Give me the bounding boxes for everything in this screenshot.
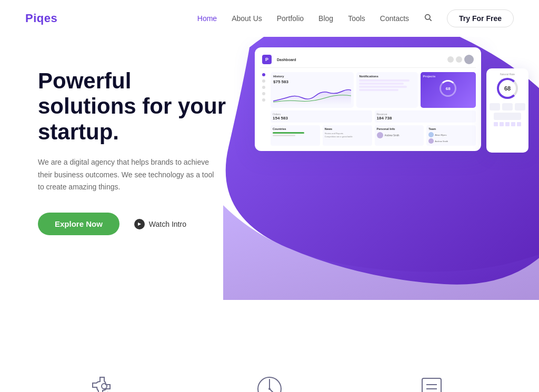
dash-body: History $75 583 bbox=[260, 72, 476, 146]
stat1-val: 154 583 bbox=[273, 116, 370, 120]
countries-card: Countries bbox=[271, 125, 320, 146]
nav-blog[interactable]: Blog bbox=[318, 14, 333, 23]
play-icon: ▶ bbox=[134, 219, 145, 229]
dashboard-title: Dashboard bbox=[277, 58, 296, 62]
phone-bottom-row bbox=[490, 122, 525, 126]
projects-circle: 68 bbox=[440, 80, 456, 97]
personal-label: Personal Info bbox=[377, 127, 422, 130]
hero-actions: Explore Now ▶ Watch Intro bbox=[38, 213, 232, 235]
dash-avatar bbox=[464, 55, 474, 64]
notif-item-3 bbox=[359, 86, 406, 88]
phone-boxes-row2 bbox=[490, 113, 525, 120]
main-nav: Home About Us Portfolio Blog Tools Conta… bbox=[197, 9, 514, 27]
team-member-1: Alean Myers bbox=[428, 132, 474, 137]
history-amount: $75 583 bbox=[273, 79, 351, 84]
notif-list bbox=[359, 79, 415, 91]
history-chart bbox=[273, 86, 351, 105]
sidebar-dot-2 bbox=[262, 79, 265, 83]
news-content: Stories and ReportsCompetition win a gre… bbox=[325, 132, 370, 138]
countries-label: Countries bbox=[273, 127, 318, 130]
notif-label: Notifications bbox=[359, 75, 415, 78]
team-label: Team bbox=[428, 127, 474, 130]
dash-top-icons bbox=[447, 55, 474, 64]
hero-title: Powerful solutions for your startup. bbox=[38, 68, 232, 145]
news-label: News bbox=[325, 127, 370, 130]
notif-item-2 bbox=[359, 83, 404, 85]
dash-sidebar bbox=[260, 72, 267, 146]
news-card: News Stories and ReportsCompetition win … bbox=[323, 125, 372, 146]
watch-intro-button[interactable]: ▶ Watch Intro bbox=[134, 219, 186, 229]
explore-now-button[interactable]: Explore Now bbox=[38, 213, 119, 235]
notif-item-4 bbox=[359, 89, 398, 91]
svg-point-5 bbox=[268, 388, 271, 390]
stats-row: Orders 154 583 Revenue 184 738 bbox=[271, 110, 476, 123]
member1-name: Alean Myers bbox=[435, 134, 446, 136]
dash-icon2 bbox=[456, 56, 462, 63]
phone-boxes-row1 bbox=[490, 103, 525, 110]
header: Piqes Home About Us Portfolio Blog Tools… bbox=[0, 0, 539, 37]
nav-tools[interactable]: Tools bbox=[348, 14, 365, 23]
stat-card-1: Orders 154 583 bbox=[271, 110, 372, 123]
sidebar-dot-4 bbox=[262, 92, 265, 95]
feature-workflow: Workflow Optimization The improvement of… bbox=[204, 370, 335, 392]
nav-portfolio[interactable]: Portfolio bbox=[277, 14, 304, 23]
gauge-value: 68 bbox=[504, 85, 511, 92]
svg-point-2 bbox=[102, 384, 107, 389]
sidebar-dot-1 bbox=[262, 73, 265, 76]
bottom-cards: Countries News Stories and ReportsCompet… bbox=[271, 125, 476, 146]
history-label: History bbox=[273, 75, 351, 78]
watch-intro-label: Watch Intro bbox=[149, 220, 186, 228]
member1-avatar bbox=[428, 132, 434, 137]
dash-header: P Dashboard bbox=[260, 53, 476, 68]
features-section: Application Design Creating a unique des… bbox=[0, 339, 539, 392]
personal-info: Andrew Smith bbox=[377, 132, 422, 138]
dash-icon1 bbox=[447, 56, 454, 63]
country-bar-1 bbox=[273, 132, 304, 134]
phone-icon-2 bbox=[500, 122, 504, 126]
projects-val: 68 bbox=[446, 86, 451, 91]
svg-line-1 bbox=[430, 19, 431, 21]
team-card: Team Alean Myers Andrew Smith bbox=[426, 125, 476, 146]
hero-content: Powerful solutions for your startup. We … bbox=[0, 37, 232, 267]
phone-icon-4 bbox=[511, 122, 515, 126]
stat-card-2: Revenue 184 738 bbox=[375, 110, 476, 123]
try-for-free-button[interactable]: Try For Free bbox=[447, 9, 514, 27]
nav-home[interactable]: Home bbox=[197, 14, 217, 23]
stat2-val: 184 738 bbox=[377, 116, 474, 120]
logo-text: Piqes bbox=[25, 12, 57, 25]
dashboard-mockup: P Dashboard bbox=[255, 47, 528, 151]
wave-divider bbox=[0, 295, 539, 339]
sidebar-dot-3 bbox=[262, 86, 265, 89]
history-card: History $75 583 bbox=[271, 72, 354, 108]
member2-avatar bbox=[428, 138, 434, 144]
logo: Piqes bbox=[25, 12, 57, 25]
hero-section: Powerful solutions for your startup. We … bbox=[0, 37, 539, 300]
phone-label: Natural Rate bbox=[490, 73, 525, 76]
app-design-icon bbox=[86, 370, 123, 392]
feature-app-design: Application Design Creating a unique des… bbox=[36, 370, 173, 392]
phone-box-3 bbox=[515, 103, 525, 110]
search-button[interactable] bbox=[424, 13, 432, 24]
phone-icon-1 bbox=[494, 122, 498, 126]
member2-name: Andrew Smith bbox=[435, 140, 448, 143]
dash-main: History $75 583 bbox=[271, 72, 476, 146]
phone-mockup: Natural Rate 68 bbox=[486, 68, 528, 153]
notifications-card: Notifications bbox=[356, 72, 417, 108]
nav-about[interactable]: About Us bbox=[232, 14, 262, 23]
phone-icon-3 bbox=[505, 122, 510, 126]
personal-avatar bbox=[377, 132, 383, 138]
personal-name: Andrew Smith bbox=[385, 134, 400, 137]
sidebar-dot-5 bbox=[262, 98, 265, 102]
nav-contacts[interactable]: Contacts bbox=[380, 14, 409, 23]
country-bar-2 bbox=[273, 135, 295, 136]
projects-card: Projects 68 bbox=[421, 72, 476, 108]
svg-point-0 bbox=[425, 15, 430, 19]
phone-box-1 bbox=[490, 103, 500, 110]
laptop-mockup: P Dashboard bbox=[255, 47, 481, 151]
phone-icon-5 bbox=[517, 122, 521, 126]
framework-icon bbox=[416, 370, 453, 392]
phone-gauge: 68 bbox=[497, 78, 518, 99]
workflow-icon bbox=[251, 370, 288, 392]
notif-item-1 bbox=[359, 79, 409, 82]
personal-card: Personal Info Andrew Smith bbox=[375, 125, 424, 146]
